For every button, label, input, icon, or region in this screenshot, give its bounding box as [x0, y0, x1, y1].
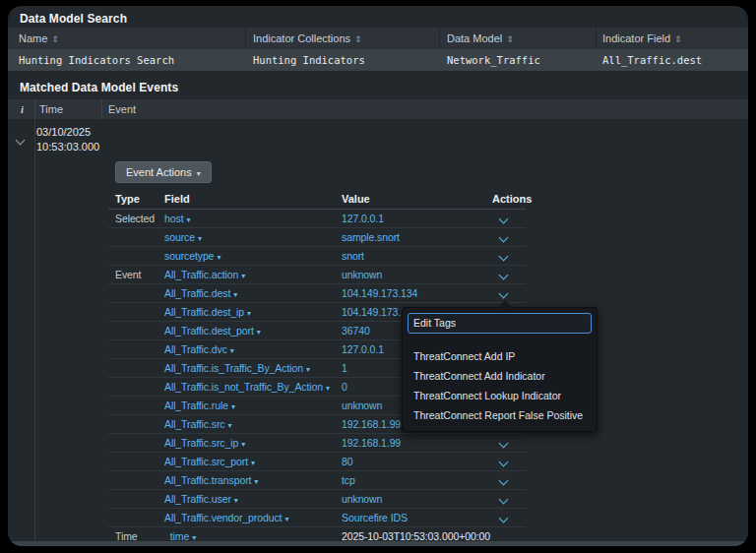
field-value-link[interactable]: 36740	[342, 322, 370, 339]
cell-indicator-collections: Hunting Indicators	[253, 49, 365, 71]
dropdown-caret-icon: ▾	[241, 272, 245, 280]
header-divider	[101, 99, 102, 119]
event-actions-button[interactable]: Event Actions▾	[115, 161, 212, 183]
sort-icon: ⇕	[354, 34, 362, 44]
field-value-link[interactable]: Sourcefire IDS	[342, 509, 408, 526]
field-actions-chevron-icon[interactable]	[497, 247, 509, 265]
field-actions-chevron-icon[interactable]	[497, 228, 509, 246]
field-value-link[interactable]: 80	[342, 453, 352, 470]
field-type-label: Selected	[115, 210, 155, 227]
sort-icon: ⇕	[674, 34, 682, 44]
field-row: All_Traffic.user▾unknown	[108, 490, 526, 509]
menu-item-threatconnect-report-false-positive[interactable]: ThreatConnect Report False Positive	[403, 405, 597, 425]
event-raw-text: Oct 03 10:53:03 snort.acmetech.com Oct 0…	[108, 126, 748, 157]
field-actions-chevron-icon[interactable]	[497, 434, 509, 452]
field-name-link[interactable]: All_Traffic.src▾	[164, 415, 231, 433]
menu-item-edit-tags[interactable]: Edit Tags	[408, 313, 592, 334]
menu-item-threatconnect-add-ip[interactable]: ThreatConnect Add IP	[403, 346, 597, 366]
field-name-link[interactable]: All_Traffic.dest_ip▾	[164, 303, 251, 321]
field-value-link[interactable]: tcp	[342, 471, 355, 489]
panel-bottom-edge	[8, 541, 748, 546]
field-actions-chevron-icon[interactable]	[497, 266, 509, 283]
field-value-link[interactable]: 0	[342, 378, 347, 396]
dropdown-caret-icon: ▾	[257, 328, 261, 337]
field-type-label: Event	[115, 266, 141, 283]
field-row: sourcetype▾snort	[108, 247, 526, 266]
field-actions-chevron-icon[interactable]	[497, 509, 509, 526]
field-row: Selectedhost▾127.0.0.1	[108, 210, 526, 228]
field-actions-chevron-icon[interactable]	[497, 453, 509, 470]
field-name-link[interactable]: All_Traffic.is_not_Traffic_By_Action▾	[164, 378, 330, 396]
field-actions-chevron-icon[interactable]	[497, 210, 509, 227]
field-row: EventAll_Traffic.action▾unknown	[108, 266, 526, 284]
sort-icon: ⇕	[506, 34, 514, 44]
dropdown-caret-icon: ▾	[241, 440, 245, 449]
column-header-data-model[interactable]: Data Model⇕	[447, 28, 514, 49]
header-divider	[596, 28, 597, 49]
field-table-header-type: Type	[115, 193, 140, 205]
field-name-link[interactable]: host▾	[164, 210, 190, 227]
column-header-indicator-field[interactable]: Indicator Field⇕	[602, 28, 682, 49]
column-header-name[interactable]: Name⇕	[19, 28, 59, 49]
field-name-link[interactable]: All_Traffic.is_Traffic_By_Action▾	[164, 359, 310, 377]
field-value-link[interactable]: snort	[342, 247, 364, 265]
info-column-divider	[34, 119, 35, 542]
dropdown-caret-icon: ▾	[234, 496, 238, 505]
dropdown-caret-icon: ▾	[228, 421, 232, 430]
field-value-link[interactable]: unknown	[342, 490, 382, 508]
dropdown-caret-icon: ▾	[284, 515, 288, 523]
menu-item-threatconnect-lookup-indicator[interactable]: ThreatConnect Lookup Indicator	[403, 386, 597, 405]
events-table-header: i Time Event	[8, 99, 748, 119]
field-value-link[interactable]: 127.0.0.1	[342, 340, 384, 358]
sort-icon: ⇕	[51, 34, 59, 44]
search-result-row[interactable]: Hunting Indicators Search Hunting Indica…	[8, 49, 748, 71]
field-name-link[interactable]: All_Traffic.src_ip▾	[164, 434, 245, 452]
menu-item-threatconnect-add-indicator[interactable]: ThreatConnect Add Indicator	[403, 366, 597, 386]
dropdown-caret-icon: ▾	[217, 253, 220, 262]
dropdown-caret-icon: ▾	[247, 309, 251, 318]
dropdown-caret-icon: ▾	[233, 290, 237, 299]
event-time: 03/10/2025 10:53:03.000	[36, 125, 99, 154]
field-name-link[interactable]: All_Traffic.dest▾	[164, 284, 237, 302]
field-name-link[interactable]: All_Traffic.action▾	[164, 266, 245, 283]
dropdown-caret-icon: ▾	[230, 346, 234, 355]
field-value-link[interactable]: unknown	[342, 266, 382, 283]
field-value-link[interactable]: 192.168.1.99	[342, 415, 401, 433]
field-name-link[interactable]: All_Traffic.rule▾	[164, 397, 235, 414]
collapse-event-chevron-icon[interactable]	[17, 130, 24, 148]
dropdown-caret-icon: ▾	[306, 365, 310, 374]
dropdown-caret-icon: ▾	[198, 234, 202, 243]
field-name-link[interactable]: All_Traffic.transport▾	[164, 471, 258, 489]
field-row: All_Traffic.vendor_product▾Sourcefire ID…	[108, 509, 526, 527]
menu-gap	[403, 338, 597, 346]
dropdown-caret-icon: ▾	[251, 459, 255, 467]
search-table-header: Name⇕ Indicator Collections⇕ Data Model⇕…	[8, 28, 748, 49]
dropdown-caret-icon: ▾	[186, 215, 190, 224]
field-actions-chevron-icon[interactable]	[497, 490, 509, 508]
field-name-link[interactable]: source▾	[164, 228, 202, 246]
field-name-link[interactable]: All_Traffic.src_port▾	[164, 453, 255, 470]
cell-data-model: Network_Traffic	[447, 49, 540, 71]
field-value-link[interactable]: unknown	[342, 397, 382, 414]
field-value-link[interactable]: 127.0.0.1	[342, 210, 384, 227]
matched-events-title: Matched Data Model Events	[20, 81, 178, 94]
field-row: source▾sample.snort	[108, 228, 526, 247]
field-value-link[interactable]: sample.snort	[342, 228, 400, 246]
field-table-header-actions: Actions	[492, 193, 532, 205]
field-row: All_Traffic.src_ip▾192.168.1.99	[108, 434, 526, 453]
field-name-link[interactable]: All_Traffic.dest_port▾	[164, 322, 261, 339]
field-name-link[interactable]: All_Traffic.user▾	[164, 490, 238, 508]
field-name-link[interactable]: All_Traffic.vendor_product▾	[164, 509, 288, 526]
field-actions-chevron-icon[interactable]	[497, 471, 509, 489]
field-value-link[interactable]: 192.168.1.99	[342, 434, 401, 452]
menu-pointer-icon	[498, 300, 512, 308]
column-header-info: i	[21, 99, 24, 119]
field-name-link[interactable]: All_Traffic.dvc▾	[164, 340, 234, 358]
field-value-link[interactable]: 1	[342, 359, 347, 377]
column-header-indicator-collections[interactable]: Indicator Collections⇕	[253, 28, 362, 49]
header-divider	[245, 28, 246, 49]
field-name-link[interactable]: sourcetype▾	[164, 247, 220, 265]
dropdown-caret-icon: ▾	[326, 384, 330, 393]
field-value-link[interactable]: 104.149.173.134	[342, 284, 417, 302]
data-model-search-title: Data Model Search	[20, 12, 127, 26]
